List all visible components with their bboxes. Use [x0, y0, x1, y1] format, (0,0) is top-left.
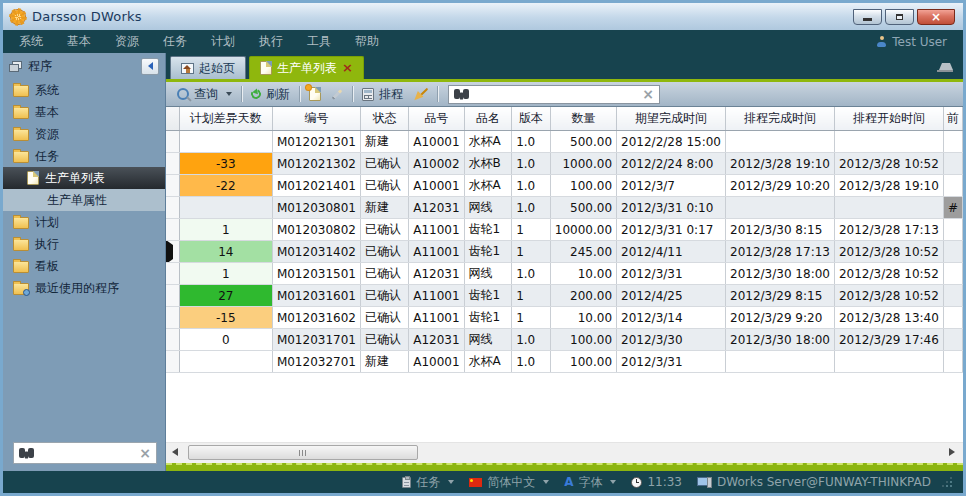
grid-cell[interactable] — [943, 241, 962, 263]
refresh-button[interactable]: 刷新 — [246, 84, 295, 105]
grid-cell[interactable]: M012031402 — [272, 241, 360, 263]
grid-cell[interactable]: 新建 — [360, 197, 408, 219]
grid-header-版本[interactable]: 版本 — [512, 107, 551, 131]
grid-cell[interactable]: 齿轮1 — [464, 285, 512, 307]
sidebar-item-系统[interactable]: 系统 — [3, 79, 165, 101]
grid-cell[interactable]: 1000.00 — [550, 153, 616, 175]
grid-cell[interactable]: 已确认 — [360, 263, 408, 285]
row-selector-cell[interactable] — [166, 197, 179, 219]
grid-cell[interactable]: 1.0 — [512, 263, 551, 285]
grid-cell[interactable]: A11001 — [409, 241, 464, 263]
grid-cell[interactable] — [726, 131, 835, 153]
grid-cell[interactable]: 已确认 — [360, 285, 408, 307]
grid-cell[interactable]: 已确认 — [360, 329, 408, 351]
grid-cell[interactable]: 1.0 — [512, 153, 551, 175]
sidebar-item-计划[interactable]: 计划 — [3, 211, 165, 233]
grid-cell[interactable]: 网线 — [464, 329, 512, 351]
grid-cell[interactable]: 水杯A — [464, 351, 512, 373]
grid-cell[interactable] — [943, 175, 962, 197]
maximize-button[interactable] — [885, 9, 914, 25]
grid-cell[interactable]: A10001 — [409, 175, 464, 197]
grid-cell[interactable] — [834, 351, 943, 373]
grid-header-状态[interactable]: 状态 — [360, 107, 408, 131]
grid-cell[interactable]: 2012/3/30 18:00 — [726, 329, 835, 351]
grid-cell[interactable]: # — [943, 197, 962, 219]
row-selector-cell[interactable] — [166, 241, 179, 263]
grid-cell[interactable]: A12031 — [409, 329, 464, 351]
grid-cell[interactable]: 1 — [512, 285, 551, 307]
menu-item-1[interactable]: 系统 — [19, 33, 43, 50]
grid-cell[interactable]: 500.00 — [550, 131, 616, 153]
grid-cell[interactable]: A12031 — [409, 197, 464, 219]
grid-cell[interactable]: A12031 — [409, 263, 464, 285]
grid-cell[interactable]: A11001 — [409, 307, 464, 329]
grid-cell[interactable] — [726, 197, 835, 219]
grid-header-前[interactable]: 前 — [943, 107, 962, 131]
grid-cell[interactable]: 1 — [512, 219, 551, 241]
grid-cell[interactable]: M012032701 — [272, 351, 360, 373]
menu-item-4[interactable]: 任务 — [163, 33, 187, 50]
sidebar-item-生产单属性[interactable]: 生产单属性 — [3, 189, 165, 211]
collapse-sidebar-button[interactable] — [141, 58, 159, 75]
toolbar-search-input[interactable] — [474, 86, 637, 102]
new-button[interactable] — [304, 85, 326, 103]
grid-cell[interactable]: M012021302 — [272, 153, 360, 175]
grid-cell[interactable]: 2012/3/28 19:10 — [834, 175, 943, 197]
grid-cell-diff[interactable]: 27 — [179, 285, 272, 307]
grid-cell[interactable]: 1.0 — [512, 197, 551, 219]
grid-cell[interactable]: 2012/3/29 9:20 — [726, 307, 835, 329]
grid-cell[interactable]: 2012/3/28 17:13 — [834, 219, 943, 241]
grid-cell-diff[interactable]: 0 — [179, 329, 272, 351]
grid-cell[interactable]: 10.00 — [550, 263, 616, 285]
grid-cell[interactable]: 2012/3/28 17:13 — [726, 241, 835, 263]
grid-cell[interactable]: M012030801 — [272, 197, 360, 219]
grid-cell[interactable]: 水杯A — [464, 175, 512, 197]
grid-cell[interactable]: 已确认 — [360, 153, 408, 175]
grid-cell[interactable]: 2012/2/24 8:00 — [617, 153, 726, 175]
tab-起始页[interactable]: 起始页 — [170, 56, 246, 79]
grid-cell[interactable]: 10000.00 — [550, 219, 616, 241]
grid-cell[interactable]: 100.00 — [550, 329, 616, 351]
grid-cell[interactable]: 齿轮1 — [464, 307, 512, 329]
grid-cell[interactable]: A10001 — [409, 351, 464, 373]
grid-cell-diff[interactable]: -33 — [179, 153, 272, 175]
row-selector-cell[interactable] — [166, 263, 179, 285]
row-selector-cell[interactable] — [166, 351, 179, 373]
grid-cell[interactable]: 1.0 — [512, 131, 551, 153]
grid-cell[interactable]: 2012/4/11 — [617, 241, 726, 263]
grid-cell[interactable]: 1 — [512, 307, 551, 329]
grid-cell[interactable]: 齿轮1 — [464, 219, 512, 241]
grid-cell[interactable]: 2012/3/28 19:10 — [726, 153, 835, 175]
grid-header-编号[interactable]: 编号 — [272, 107, 360, 131]
tab-close-icon[interactable] — [342, 61, 353, 75]
float-window-icon[interactable] — [939, 63, 953, 70]
sidebar-item-最近使用的程序[interactable]: 最近使用的程序 — [3, 277, 165, 299]
grid-cell[interactable]: 水杯A — [464, 131, 512, 153]
grid-cell[interactable]: 500.00 — [550, 197, 616, 219]
grid-cell[interactable] — [943, 329, 962, 351]
grid-cell[interactable] — [943, 307, 962, 329]
grid-cell[interactable]: 2012/2/28 15:00 — [617, 131, 726, 153]
grid-cell[interactable]: 2012/3/31 0:17 — [617, 219, 726, 241]
grid-cell[interactable]: 2012/3/30 — [617, 329, 726, 351]
grid-cell[interactable] — [834, 131, 943, 153]
grid-cell[interactable]: 已确认 — [360, 241, 408, 263]
grid-cell[interactable]: 新建 — [360, 131, 408, 153]
menu-item-5[interactable]: 计划 — [211, 33, 235, 50]
sidebar-item-生产单列表[interactable]: 生产单列表 — [3, 167, 165, 189]
query-button[interactable]: 查询 — [172, 84, 237, 105]
grid-cell[interactable] — [943, 219, 962, 241]
grid-cell[interactable]: 2012/3/31 — [617, 351, 726, 373]
grid-cell[interactable]: 2012/3/29 10:20 — [726, 175, 835, 197]
grid-cell[interactable]: M012030802 — [272, 219, 360, 241]
grid-header-数量[interactable]: 数量 — [550, 107, 616, 131]
grid-cell-diff[interactable]: 14 — [179, 241, 272, 263]
grid-cell-diff[interactable]: 1 — [179, 219, 272, 241]
sidebar-search-input[interactable] — [39, 445, 134, 461]
menu-item-2[interactable]: 基本 — [67, 33, 91, 50]
task-menu[interactable]: 任务 — [402, 474, 454, 491]
row-selector-cell[interactable] — [166, 131, 179, 153]
edit-button[interactable] — [326, 91, 348, 98]
clean-button[interactable] — [408, 86, 433, 103]
row-selector-cell[interactable] — [166, 219, 179, 241]
